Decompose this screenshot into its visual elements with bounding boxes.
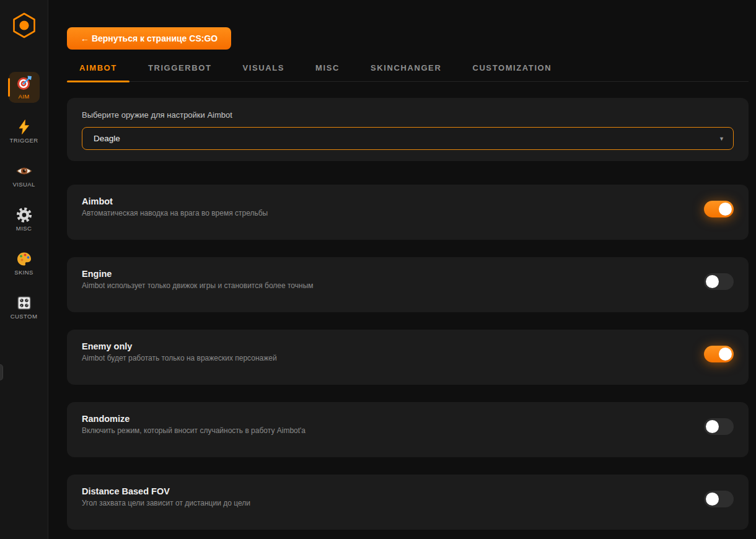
toggle-distance-based-fov[interactable] [704, 491, 734, 507]
sidebar-item-label: CUSTOM [11, 313, 37, 320]
sidebar-item-label: AIM [18, 93, 29, 100]
sidebar-item-aim[interactable]: AIM [9, 72, 40, 103]
main-content: ← Вернуться к странице CS:GO AIMBOT TRIG… [48, 0, 756, 530]
gear-icon [16, 207, 32, 223]
setting-title: Aimbot [82, 196, 268, 206]
settings-list: Aimbot Автоматическая наводка на врага в… [67, 185, 749, 530]
setting-title: Randomize [82, 414, 305, 424]
toggle-knob [706, 493, 719, 506]
sidebar-item-visual[interactable]: VISUAL [9, 160, 40, 191]
back-to-csgo-button[interactable]: ← Вернуться к странице CS:GO [67, 27, 231, 50]
sidebar-item-label: TRIGGER [9, 137, 38, 144]
setting-row: Aimbot Автоматическая наводка на врага в… [67, 185, 749, 240]
sidebar-item-label: VISUAL [12, 181, 35, 188]
lightning-icon [16, 119, 32, 135]
weapon-select-label: Выберите оружие для настройки Aimbot [82, 110, 734, 120]
chevron-down-icon: ▼ [719, 136, 724, 142]
sidebar: AIM TRIGGER VISUAL MISC SKINS CUSTOM [0, 0, 48, 539]
weapon-select-dropdown[interactable]: Deagle ▼ [82, 127, 734, 150]
sidebar-item-misc[interactable]: MISC [9, 204, 40, 235]
sidebar-scroll-handle[interactable] [0, 364, 3, 380]
tab-misc[interactable]: MISC [303, 61, 352, 81]
eye-icon [16, 163, 32, 179]
sidebar-item-trigger[interactable]: TRIGGER [9, 116, 40, 147]
toggle-knob [706, 420, 719, 433]
tab-bar: AIMBOT TRIGGERBOT VISUALS MISC SKINCHANG… [67, 61, 749, 82]
setting-description: Автоматическая наводка на врага во время… [82, 209, 268, 217]
tab-customization[interactable]: CUSTOMIZATION [460, 61, 564, 81]
setting-row: Engine Aimbot использует только движок и… [67, 257, 749, 312]
toggle-enemy-only[interactable] [704, 346, 734, 362]
setting-row: Randomize Включить режим, который вносит… [67, 402, 749, 457]
target-icon [16, 75, 32, 91]
toggle-knob [719, 348, 732, 361]
setting-description: Включить режим, который вносит случайнос… [82, 426, 305, 435]
hexagon-logo-icon[interactable] [11, 11, 38, 40]
tab-skinchanger[interactable]: SKINCHANGER [358, 61, 454, 81]
sidebar-item-custom[interactable]: CUSTOM [9, 292, 40, 323]
sidebar-nav: AIM TRIGGER VISUAL MISC SKINS CUSTOM [9, 72, 40, 323]
toggle-engine[interactable] [704, 273, 734, 290]
sidebar-item-skins[interactable]: SKINS [9, 248, 40, 279]
weapon-select-value: Deagle [94, 134, 120, 143]
setting-title: Distance Based FOV [82, 486, 250, 496]
palette-icon [16, 251, 32, 267]
setting-row: Distance Based FOV Угол захвата цели зав… [67, 475, 749, 530]
toggle-knob [706, 275, 719, 288]
setting-row: Enemy only Aimbot будет работать только … [67, 330, 749, 385]
weapon-select-card: Выберите оружие для настройки Aimbot Dea… [67, 98, 749, 161]
setting-description: Aimbot использует только движок игры и с… [82, 281, 314, 290]
toggle-knob [719, 203, 732, 216]
toggle-aimbot[interactable] [704, 201, 734, 217]
knobs-icon [16, 295, 32, 311]
setting-description: Угол захвата цели зависит от дистанции д… [82, 499, 250, 507]
tab-triggerbot[interactable]: TRIGGERBOT [136, 61, 224, 81]
sidebar-item-label: MISC [16, 225, 32, 232]
sidebar-item-label: SKINS [14, 269, 33, 276]
setting-description: Aimbot будет работать только на вражески… [82, 354, 277, 362]
setting-title: Enemy only [82, 341, 277, 351]
setting-title: Engine [82, 269, 314, 279]
tab-visuals[interactable]: VISUALS [231, 61, 297, 81]
toggle-randomize[interactable] [704, 418, 734, 435]
tab-aimbot[interactable]: AIMBOT [67, 61, 130, 81]
